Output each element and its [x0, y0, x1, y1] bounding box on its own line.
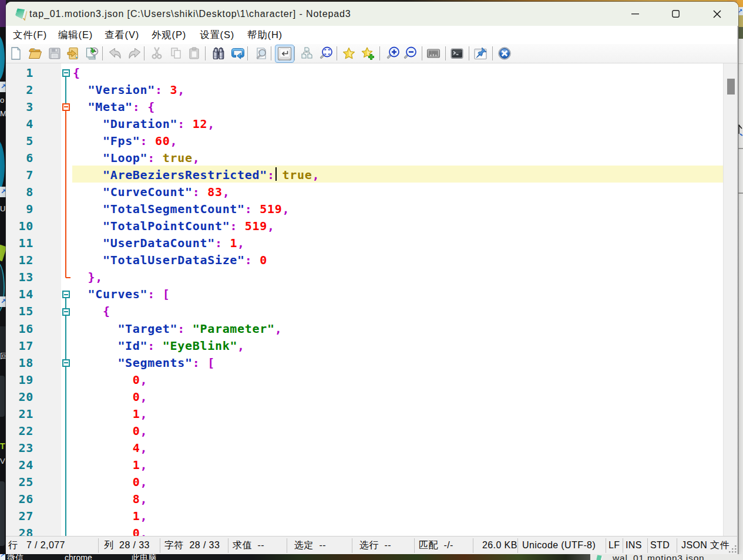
menu-item-2[interactable]: 查看(V): [101, 26, 143, 44]
status-item-7[interactable]: 26.0 KB: [482, 537, 517, 554]
fold-line: [65, 252, 66, 269]
menu-item-4[interactable]: 设置(S): [196, 26, 238, 44]
code-token-prop: "CurveCount": [103, 185, 193, 199]
word-wrap-button[interactable]: [275, 45, 294, 63]
fold-line: [66, 277, 70, 278]
minimize-button[interactable]: [621, 2, 648, 26]
code-line-12: "TotalUserDataSize": 0: [73, 252, 267, 269]
fold-line: [65, 321, 66, 338]
editor-area[interactable]: 1234567891011121314151617181920212223242…: [6, 63, 738, 536]
find-in-document-button[interactable]: [254, 46, 268, 60]
add-favorite-icon: [361, 46, 375, 60]
zoom-out-button[interactable]: [403, 46, 417, 60]
status-item-6[interactable]: 匹配 -/-: [419, 537, 453, 554]
scrollbar-thumb[interactable]: [727, 79, 735, 95]
code-line-22: 0,: [73, 423, 147, 440]
save-file-button[interactable]: [48, 46, 62, 60]
replace-button[interactable]: [231, 46, 245, 60]
save-as-button[interactable]: [66, 46, 80, 60]
notepad3-window: tap_01.motion3.json [C:\Users\shiki\Desk…: [6, 2, 738, 554]
fold-line: [65, 77, 66, 82]
undo-icon: [108, 46, 122, 60]
fold-line: [65, 316, 66, 321]
zoom-selection-button[interactable]: [319, 46, 333, 60]
find-button[interactable]: [211, 46, 226, 60]
desktop-icon-label[interactable]: 此电脑: [132, 554, 156, 560]
status-item-5[interactable]: 选行 --: [359, 537, 391, 554]
status-item-1[interactable]: 列 28 / 33: [104, 537, 150, 554]
status-item-11[interactable]: STD: [650, 537, 670, 554]
paste-button[interactable]: [187, 46, 201, 60]
recent-history-icon: [85, 46, 99, 60]
open-file-icon: [28, 46, 42, 60]
status-item-2[interactable]: 字符 28 / 33: [164, 537, 220, 554]
menu-item-3[interactable]: 外观(P): [148, 26, 190, 44]
code-token-ws: [73, 287, 88, 301]
code-token-op: ,: [237, 236, 245, 250]
pin-window-button[interactable]: [473, 46, 488, 60]
menu-item-1[interactable]: 编辑(E): [55, 26, 96, 44]
maximize-button[interactable]: [662, 2, 689, 26]
status-item-10[interactable]: INS: [626, 537, 642, 554]
desktop-icon-label[interactable]: 微信: [7, 554, 23, 560]
copy-button[interactable]: [169, 46, 183, 60]
code-token-ws: [155, 287, 163, 301]
status-item-9[interactable]: LF: [608, 537, 620, 554]
new-file-button[interactable]: [9, 46, 23, 60]
code-token-num: 1: [133, 509, 140, 523]
cut-button[interactable]: [150, 46, 164, 60]
recent-history-button[interactable]: [85, 46, 99, 60]
status-item-12[interactable]: JSON 文件: [681, 537, 729, 554]
code-token-op: ,: [140, 424, 148, 438]
add-favorite-button[interactable]: [361, 46, 375, 60]
open-file-button[interactable]: [28, 46, 42, 60]
code-token-ws: [200, 356, 207, 370]
code-line-1: {: [73, 65, 80, 82]
status-item-4[interactable]: 选定 --: [294, 537, 326, 554]
fold-line: [65, 99, 66, 103]
code-token-str: "EyeBlink": [163, 339, 237, 353]
resize-grip[interactable]: [729, 545, 737, 553]
code-token-prop: "Version": [88, 83, 155, 97]
status-item-0[interactable]: 行 7 / 2,077: [8, 537, 65, 554]
code-line-21: 1,: [73, 406, 147, 423]
code-token-ws: [73, 441, 133, 455]
window-title: tap_01.motion3.json [C:\Users\shiki\Desk…: [29, 9, 351, 19]
code-token-op: :: [140, 134, 148, 148]
fold-line: [65, 389, 66, 406]
desktop-icon-label[interactable]: chrome: [65, 554, 92, 560]
undo-button[interactable]: [108, 46, 122, 60]
code-token-ws: [73, 356, 117, 370]
code-line-6: "Loop": true,: [73, 150, 200, 167]
menu-item-0[interactable]: 文件(F): [9, 26, 51, 44]
code-line-15: {: [73, 303, 110, 320]
redo-button[interactable]: [127, 46, 142, 60]
code-token-op: },: [88, 270, 102, 284]
code-token-ws: [253, 202, 260, 216]
new-file-icon: [9, 46, 23, 60]
code-line-19: 0,: [73, 372, 147, 389]
code-token-ws: [73, 322, 117, 336]
fold-line: [65, 367, 66, 372]
code-token-ws: [73, 219, 103, 233]
code-line-28: 0,: [73, 525, 147, 536]
fold-line: [65, 303, 66, 308]
exit-button[interactable]: [497, 46, 512, 60]
code-line-17: "Id": "EyeBlink",: [73, 338, 245, 355]
close-button[interactable]: [704, 2, 731, 26]
code-token-ws: [200, 185, 207, 199]
terminal-button[interactable]: [450, 46, 464, 60]
status-item-3[interactable]: 求值 --: [233, 537, 264, 554]
code-token-ws: [185, 322, 193, 336]
menu-item-5[interactable]: 帮助(H): [244, 26, 286, 44]
code-token-prop: "TotalUserDataSize": [103, 253, 245, 267]
fold-line: [65, 440, 66, 457]
title-bar: tap_01.motion3.json [C:\Users\shiki\Desk…: [6, 2, 738, 26]
vertical-scrollbar[interactable]: [723, 63, 737, 536]
document-scheme-button[interactable]: [300, 46, 314, 60]
toolbar-separator: [492, 46, 493, 60]
favorites-button[interactable]: [342, 46, 356, 60]
codepage-button[interactable]: [426, 46, 441, 60]
zoom-in-button[interactable]: [386, 46, 400, 60]
status-item-8[interactable]: Unicode (UTF-8): [522, 537, 596, 554]
